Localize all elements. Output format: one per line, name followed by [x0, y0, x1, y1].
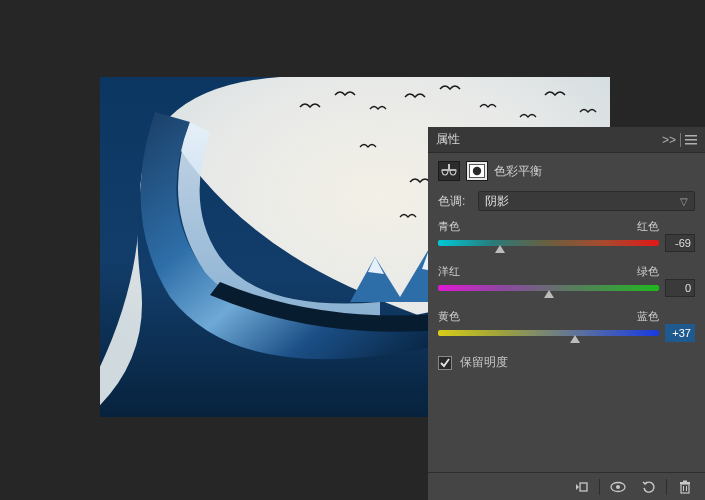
adjustment-title-row: 色彩平衡 — [438, 161, 695, 181]
reset-button[interactable] — [634, 476, 662, 498]
panel-menu-icon — [685, 135, 697, 145]
divider — [666, 479, 667, 495]
slider-thumb[interactable] — [570, 335, 580, 343]
collapse-chevrons-icon: >> — [662, 133, 676, 147]
divider — [680, 133, 681, 147]
layer-mask-icon[interactable] — [466, 161, 488, 181]
tone-select[interactable]: 阴影 ▽ — [478, 191, 695, 211]
clip-to-layer-button[interactable] — [567, 476, 595, 498]
slider-thumb[interactable] — [495, 245, 505, 253]
preserve-luminosity-row: 保留明度 — [438, 354, 695, 371]
adjustment-name: 色彩平衡 — [494, 163, 542, 180]
color-balance-icon[interactable] — [438, 161, 460, 181]
svg-rect-7 — [580, 483, 587, 491]
slider-value-input[interactable]: -69 — [665, 234, 695, 252]
svg-point-6 — [473, 167, 481, 175]
svg-rect-12 — [683, 480, 687, 482]
svg-rect-1 — [685, 135, 697, 137]
slider-track[interactable] — [438, 285, 659, 291]
svg-rect-10 — [681, 484, 689, 493]
panel-title: 属性 — [436, 131, 460, 148]
slider-value-input[interactable]: 0 — [665, 279, 695, 297]
chevron-down-icon: ▽ — [680, 196, 688, 207]
tone-row: 色调: 阴影 ▽ — [438, 191, 695, 211]
svg-rect-11 — [680, 482, 690, 484]
slider-block: 青色 红色 -69 — [438, 219, 695, 252]
slider-right-label: 蓝色 — [637, 309, 659, 324]
panel-body: 色彩平衡 色调: 阴影 ▽ 青色 红色 -69 洋红 绿色 — [428, 153, 705, 472]
preserve-luminosity-label: 保留明度 — [460, 354, 508, 371]
slider-left-label: 青色 — [438, 219, 460, 234]
slider-track[interactable] — [438, 330, 659, 336]
tone-label: 色调: — [438, 193, 472, 210]
svg-point-9 — [616, 485, 620, 489]
slider-left-label: 洋红 — [438, 264, 460, 279]
slider-value-input[interactable]: +37 — [665, 324, 695, 342]
properties-panel: 属性 >> 色彩平衡 — [428, 127, 705, 500]
preserve-luminosity-checkbox[interactable] — [438, 356, 452, 370]
tone-select-value: 阴影 — [485, 193, 509, 210]
panel-footer — [428, 472, 705, 500]
panel-menu-button[interactable]: >> — [662, 133, 697, 147]
slider-right-label: 绿色 — [637, 264, 659, 279]
slider-block: 黄色 蓝色 +37 — [438, 309, 695, 342]
delete-button[interactable] — [671, 476, 699, 498]
svg-rect-2 — [685, 139, 697, 141]
slider-left-label: 黄色 — [438, 309, 460, 324]
divider — [599, 479, 600, 495]
panel-header: 属性 >> — [428, 127, 705, 153]
slider-thumb[interactable] — [544, 290, 554, 298]
slider-block: 洋红 绿色 0 — [438, 264, 695, 297]
view-previous-state-button[interactable] — [604, 476, 632, 498]
svg-rect-3 — [685, 143, 697, 145]
svg-rect-4 — [448, 164, 450, 170]
slider-track[interactable] — [438, 240, 659, 246]
slider-right-label: 红色 — [637, 219, 659, 234]
